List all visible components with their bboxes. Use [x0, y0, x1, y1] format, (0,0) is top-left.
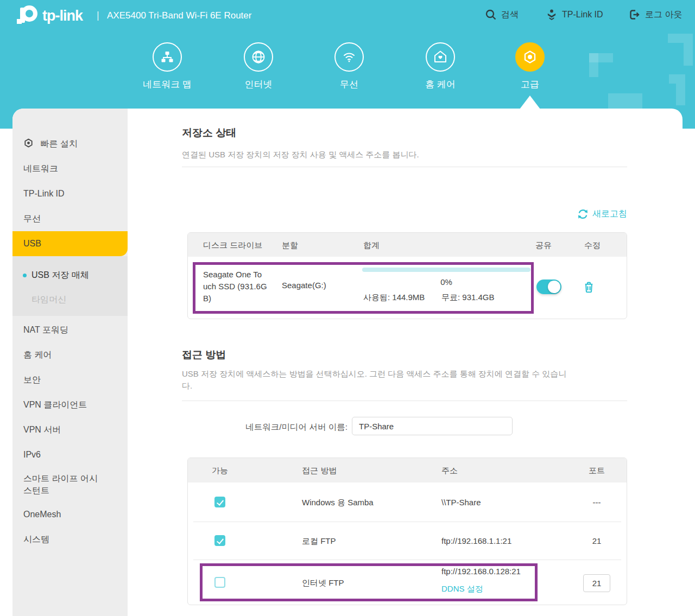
- logout-button[interactable]: 로그 아웃: [629, 9, 682, 21]
- tplink-id-icon: [546, 9, 558, 21]
- tplink-logo[interactable]: tp-link: [15, 4, 83, 27]
- drive-name: Seagate One To uch SSD (931.6G B): [203, 269, 285, 304]
- storage-table-header: 디스크 드라이브 분할 합계 공유 수정: [188, 233, 627, 257]
- sidebar-item-homecare[interactable]: 홈 케어: [12, 342, 128, 367]
- sidebar-item-label: TP-Link ID: [23, 189, 65, 198]
- usb-submenu: USB 저장 매체 타임머신: [12, 256, 128, 316]
- content-panel: 빠른 설치 네트워크 TP-Link ID 무선 USB USB 저장 매체 타…: [12, 109, 683, 616]
- tplink-id-button[interactable]: TP-Link ID: [546, 9, 603, 21]
- internet-globe-icon: [244, 42, 273, 72]
- tab-label: 인터넷: [220, 78, 296, 91]
- tab-advanced[interactable]: 고급: [492, 42, 568, 91]
- sidebar-item-tplink-id[interactable]: TP-Link ID: [12, 181, 128, 206]
- address-value: ftp://192.168.0.128:21: [441, 567, 521, 576]
- tplink-id-label: TP-Link ID: [562, 10, 603, 20]
- method-name: 인터넷 FTP: [302, 578, 344, 588]
- deco-square: [684, 43, 693, 66]
- server-name-input[interactable]: [352, 417, 513, 435]
- search-icon: [485, 9, 497, 21]
- active-bullet: [23, 274, 27, 277]
- search-label: 검색: [501, 9, 519, 21]
- sidebar-item-vpn-server[interactable]: VPN 서버: [12, 417, 128, 442]
- col-address: 주소: [441, 466, 458, 476]
- tab-label: 홈 케어: [402, 78, 478, 91]
- trash-icon[interactable]: [583, 281, 595, 294]
- sidebar-item-security[interactable]: 보안: [12, 367, 128, 392]
- samba-checkbox[interactable]: [214, 497, 225, 507]
- tab-network-map[interactable]: 네트워크 맵: [129, 42, 205, 91]
- sidebar-item-label: 시스템: [23, 535, 49, 544]
- col-partition: 분할: [282, 240, 298, 251]
- usage-percent: 0%: [362, 277, 530, 287]
- active-tab-pointer: [520, 96, 540, 109]
- sidebar: 빠른 설치 네트워크 TP-Link ID 무선 USB USB 저장 매체 타…: [12, 109, 128, 616]
- port-value: 21: [580, 536, 613, 545]
- sidebar-item-label: NAT 포워딩: [23, 325, 68, 334]
- used-space: 사용됨: 144.9MB: [363, 293, 425, 303]
- sidebar-subitem-time-machine[interactable]: 타임머신: [12, 287, 128, 312]
- sidebar-item-nat-forwarding[interactable]: NAT 포워딩: [12, 317, 128, 342]
- brand-text: tp-link: [42, 8, 83, 24]
- deco-square: [589, 53, 613, 62]
- sidebar-item-vpn-client[interactable]: VPN 클라이언트: [12, 392, 128, 417]
- storage-status-subtitle: 연결된 USB 저장 장치의 저장 장치 사용 및 액세스 주소를 봅니다.: [182, 149, 627, 161]
- network-map-icon: [153, 42, 182, 72]
- sidebar-item-label: OneMesh: [23, 510, 61, 519]
- server-name-label: 네트워크/미디어 서버 이름:: [182, 422, 348, 433]
- free-space: 무료: 931.4GB: [441, 293, 495, 303]
- tab-label: 무선: [311, 78, 387, 91]
- ddns-settings-link[interactable]: DDNS 설정: [441, 584, 483, 594]
- search-button[interactable]: 검색: [485, 9, 519, 21]
- partition-name: Seagate(G:): [282, 281, 326, 290]
- sidebar-item-wireless[interactable]: 무선: [12, 206, 128, 231]
- tab-label: 네트워크 맵: [129, 78, 205, 91]
- row-separator: [193, 560, 621, 560]
- usage-progress-bar: [362, 268, 530, 272]
- sidebar-item-label: 보안: [23, 375, 41, 384]
- sidebar-item-onemesh[interactable]: OneMesh: [12, 502, 128, 527]
- refresh-label: 새로고침: [592, 208, 627, 220]
- logout-icon: [629, 9, 641, 21]
- sidebar-item-ipv6[interactable]: IPv6: [12, 442, 128, 467]
- storage-status-title: 저장소 상태: [182, 126, 236, 140]
- advanced-gear-icon: [515, 42, 545, 72]
- sidebar-item-label: 빠른 설치: [40, 139, 77, 148]
- main-content: 저장소 상태 연결된 USB 저장 장치의 저장 장치 사용 및 액세스 주소를…: [128, 109, 683, 616]
- sidebar-item-quick-setup[interactable]: 빠른 설치: [12, 131, 128, 156]
- col-share: 공유: [527, 240, 560, 251]
- col-total: 합계: [363, 240, 380, 251]
- access-table-header: 가능 접근 방법 주소 포트: [188, 458, 627, 482]
- sidebar-item-usb[interactable]: USB: [12, 231, 128, 256]
- deco-square: [669, 74, 685, 84]
- col-edit: 수정: [576, 240, 609, 251]
- local-ftp-checkbox[interactable]: [214, 535, 225, 546]
- address-value: \\TP-Share: [441, 498, 481, 507]
- internet-ftp-checkbox[interactable]: [214, 577, 225, 588]
- row-separator: [193, 522, 621, 522]
- sidebar-item-label: VPN 서버: [23, 425, 61, 434]
- refresh-button[interactable]: 새로고침: [577, 208, 627, 220]
- col-disk-drive: 디스크 드라이브: [203, 240, 262, 251]
- col-access-method: 접근 방법: [302, 466, 337, 476]
- sidebar-item-smart-life-assistant[interactable]: 스마트 라이프 어시 스턴트: [12, 467, 128, 502]
- access-method-subtitle: USB 저장 장치에 액세스하는 방법을 선택하십시오. 그런 다음 액세스 주…: [182, 368, 627, 392]
- sidebar-item-system[interactable]: 시스템: [12, 527, 128, 552]
- section-divider: [182, 167, 627, 167]
- sidebar-subitem-usb-storage[interactable]: USB 저장 매체: [12, 263, 128, 287]
- logout-label: 로그 아웃: [645, 9, 682, 21]
- header-bar: tp-link | AXE5400 Tri-Band Wi-Fi 6E Rout…: [0, 0, 695, 31]
- port-value: ---: [580, 498, 613, 507]
- tab-homecare[interactable]: 홈 케어: [402, 42, 478, 91]
- sidebar-item-network[interactable]: 네트워크: [12, 156, 128, 181]
- tplink-logo-icon: [15, 4, 38, 27]
- sidebar-item-label: 스마트 라이프 어시 스턴트: [23, 474, 98, 495]
- section-divider: [182, 401, 627, 401]
- sidebar-item-label: 네트워크: [23, 164, 58, 173]
- tab-internet[interactable]: 인터넷: [220, 42, 296, 91]
- sidebar-subitem-label: USB 저장 매체: [31, 270, 89, 280]
- port-input[interactable]: [583, 574, 610, 592]
- tab-wireless[interactable]: 무선: [311, 42, 387, 91]
- share-toggle[interactable]: [536, 280, 561, 294]
- sidebar-item-label: VPN 클라이언트: [23, 400, 87, 409]
- sidebar-subitem-label: 타임머신: [31, 295, 66, 304]
